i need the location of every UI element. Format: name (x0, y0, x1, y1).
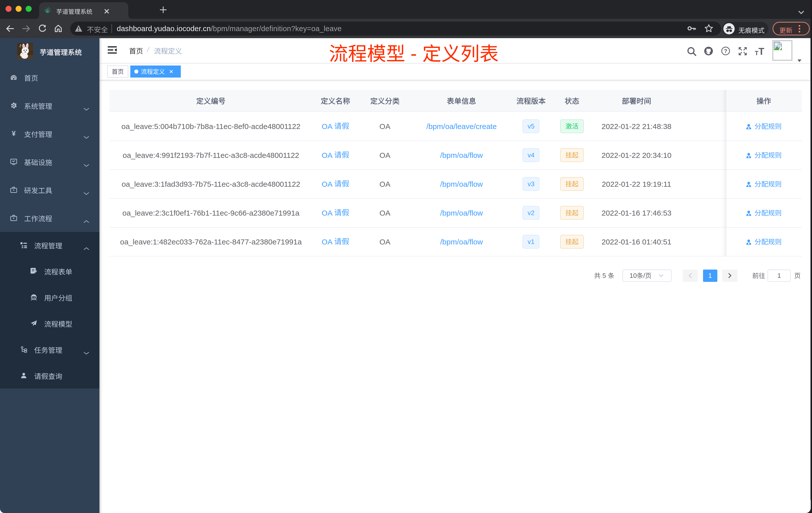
svg-text:?: ? (724, 48, 727, 54)
svg-text:¥: ¥ (12, 130, 16, 137)
